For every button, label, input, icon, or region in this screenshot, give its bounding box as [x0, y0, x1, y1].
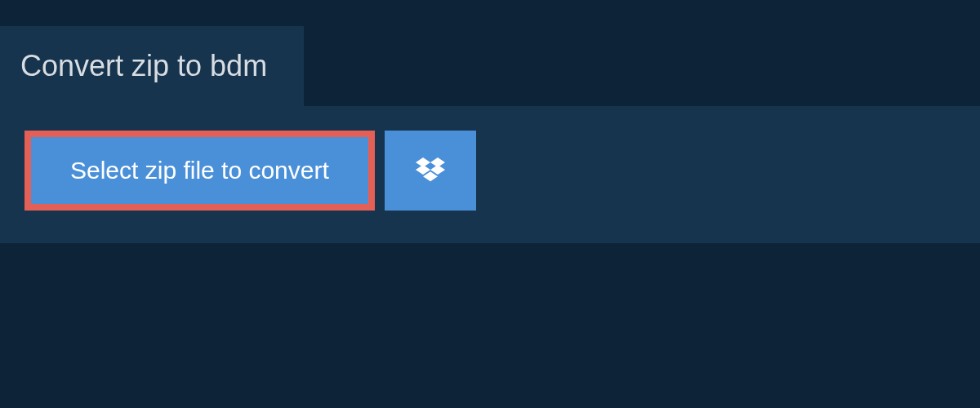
main-panel: Select zip file to convert	[0, 106, 980, 243]
select-file-label: Select zip file to convert	[70, 158, 329, 183]
tab-header: Convert zip to bdm	[0, 26, 304, 106]
page-title: Convert zip to bdm	[20, 49, 267, 83]
dropbox-button[interactable]	[385, 131, 476, 211]
button-row: Select zip file to convert	[24, 131, 956, 211]
select-file-button[interactable]: Select zip file to convert	[24, 131, 375, 211]
dropbox-icon	[416, 155, 445, 187]
